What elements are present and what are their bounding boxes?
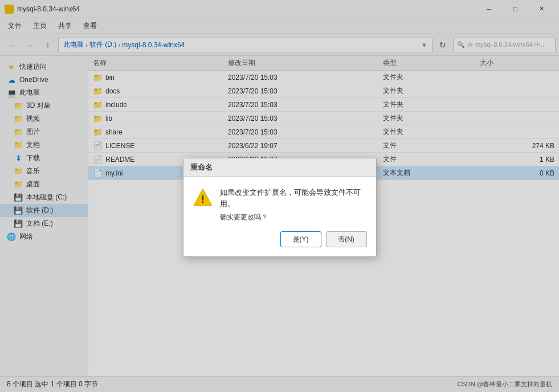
yes-button[interactable]: 是(Y) xyxy=(280,231,321,247)
rename-dialog: 重命名 ! 如果改变文件扩展名，可能会导致文件不可用。 确实要更改吗？ 是(Y)… xyxy=(183,158,377,257)
dialog-title-bar: 重命名 xyxy=(183,158,376,177)
svg-text:!: ! xyxy=(201,194,205,205)
dialog-title: 重命名 xyxy=(190,162,213,173)
dialog-overlay: 重命名 ! 如果改变文件扩展名，可能会导致文件不可用。 确实要更改吗？ 是(Y)… xyxy=(0,0,559,392)
dialog-confirm-text: 确实要更改吗？ xyxy=(220,213,367,222)
dialog-message: 如果改变文件扩展名，可能会导致文件不可用。 确实要更改吗？ xyxy=(220,187,367,222)
dialog-content: ! 如果改变文件扩展名，可能会导致文件不可用。 确实要更改吗？ xyxy=(193,187,367,222)
dialog-warning-text: 如果改变文件扩展名，可能会导致文件不可用。 xyxy=(220,187,367,209)
dialog-body: ! 如果改变文件扩展名，可能会导致文件不可用。 确实要更改吗？ 是(Y) 否(N… xyxy=(183,177,376,256)
no-button[interactable]: 否(N) xyxy=(326,231,367,247)
dialog-buttons: 是(Y) 否(N) xyxy=(193,231,367,247)
warning-icon: ! xyxy=(193,187,213,207)
